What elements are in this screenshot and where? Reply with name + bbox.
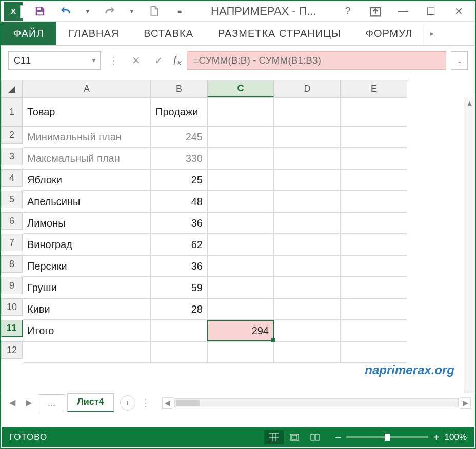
zoom-in-button[interactable]: + [433,432,440,443]
tab-file[interactable]: ФАЙЛ [1,22,56,45]
horizontal-scrollbar[interactable]: ◀ ▶ [162,397,471,409]
formula-input[interactable]: =СУММ(B:B) - СУММ(B1:B3) [187,51,446,70]
cell-E11[interactable] [341,320,407,341]
tab-home[interactable]: ГЛАВНАЯ [56,22,132,45]
cell-A5[interactable]: Апельсины [23,191,151,212]
col-header-B[interactable]: B [151,80,207,97]
cell-A4[interactable]: Яблоки [23,169,151,191]
sheet-tab-active[interactable]: Лист4 [67,393,114,412]
tab-insert[interactable]: ВСТАВКА [131,22,206,45]
row-header-6[interactable]: 6 [1,212,23,230]
cell-D7[interactable] [274,234,341,255]
row-header-4[interactable]: 4 [1,169,23,187]
vertical-scrollbar[interactable]: ▲ [464,97,475,393]
help-button[interactable]: ? [341,4,355,18]
cell-D11[interactable] [274,320,341,341]
col-header-A[interactable]: A [23,80,151,97]
hscroll-right[interactable]: ▶ [460,397,471,409]
cell-B7[interactable]: 62 [151,234,207,255]
tab-page-layout[interactable]: РАЗМЕТКА СТРАНИЦЫ [206,22,353,45]
cell-D10[interactable] [274,298,341,320]
cell-A9[interactable]: Груши [23,277,151,298]
redo-dropdown[interactable]: ▼ [128,4,135,18]
cell-B5[interactable]: 48 [151,191,207,212]
enter-formula-button[interactable]: ✓ [150,52,167,69]
zoom-out-button[interactable]: − [335,432,341,443]
cell-A6[interactable]: Лимоны [23,212,151,234]
undo-dropdown[interactable]: ▼ [84,4,91,18]
name-box[interactable]: C11 ▼ [8,51,101,70]
new-sheet-button[interactable]: + [120,395,135,411]
cell-B11[interactable] [151,320,207,341]
row-header-7[interactable]: 7 [1,234,23,251]
ribbon-scroll-right[interactable]: ▸ [425,22,439,45]
sheet-nav-next[interactable]: ▶ [22,396,36,410]
cell-D2[interactable] [274,126,341,148]
cell-C9[interactable] [207,277,274,298]
cell-C6[interactable] [207,212,274,234]
hscroll-track[interactable] [174,398,459,407]
cell-A11[interactable]: Итого [23,320,151,341]
zoom-thumb[interactable] [385,434,390,441]
minimize-button[interactable]: — [396,4,410,18]
cell-E1[interactable] [341,97,407,126]
cell-C7[interactable] [207,234,274,255]
maximize-button[interactable]: ☐ [424,4,438,18]
ribbon-display-button[interactable] [368,4,383,18]
scroll-up-icon[interactable]: ▲ [464,97,475,109]
close-button[interactable]: ✕ [451,4,466,18]
cell-D12[interactable] [274,341,341,363]
col-header-C[interactable]: C [207,80,274,97]
view-page-layout-button[interactable] [285,430,304,444]
undo-button[interactable] [58,4,73,18]
cell-D5[interactable] [274,191,341,212]
cell-E6[interactable] [341,212,407,234]
cell-E12[interactable] [341,341,407,363]
row-header-3[interactable]: 3 [1,148,23,165]
redo-button[interactable] [103,4,117,18]
cell-B6[interactable]: 36 [151,212,207,234]
cell-A3[interactable]: Максмальный план [23,148,151,169]
cell-B1[interactable]: Продажи [151,97,207,126]
cell-C8[interactable] [207,255,274,277]
cell-E8[interactable] [341,255,407,277]
row-header-12[interactable]: 12 [1,341,23,359]
cell-D9[interactable] [274,277,341,298]
cell-B10[interactable]: 28 [151,298,207,320]
col-header-D[interactable]: D [274,80,341,97]
row-header-5[interactable]: 5 [1,191,23,208]
cell-C11[interactable]: 294 [207,320,274,341]
sheet-nav-prev[interactable]: ◀ [5,396,19,410]
cell-C3[interactable] [207,148,274,169]
cell-C12[interactable] [207,341,274,363]
cell-A8[interactable]: Персики [23,255,151,277]
cell-A10[interactable]: Киви [23,298,151,320]
cell-D3[interactable] [274,148,341,169]
new-doc-icon[interactable] [147,4,161,18]
view-page-break-button[interactable] [305,430,325,444]
cell-E10[interactable] [341,298,407,320]
col-header-E[interactable]: E [341,80,407,97]
cell-D4[interactable] [274,169,341,191]
cell-C1[interactable] [207,97,274,126]
zoom-slider[interactable] [346,436,428,438]
cell-E4[interactable] [341,169,407,191]
formula-expand-button[interactable]: ⌄ [451,51,468,70]
cell-E9[interactable] [341,277,407,298]
cell-B4[interactable]: 25 [151,169,207,191]
cell-B12[interactable] [151,341,207,363]
cell-D8[interactable] [274,255,341,277]
insert-function-button[interactable]: ƒx [172,54,182,67]
cell-C4[interactable] [207,169,274,191]
name-box-dropdown-icon[interactable]: ▼ [91,57,97,64]
cancel-formula-button[interactable]: ✕ [127,52,145,69]
cell-C5[interactable] [207,191,274,212]
cell-B3[interactable]: 330 [151,148,207,169]
row-header-11[interactable]: 11 [1,320,23,337]
sheet-tab-ellipsis[interactable]: ... [38,394,65,412]
grid[interactable]: ◢ABCDE1ТоварПродажи2Минимальный план2453… [1,80,475,363]
select-all-corner[interactable]: ◢ [1,80,23,97]
hscroll-left[interactable]: ◀ [162,397,173,409]
row-header-1[interactable]: 1 [1,97,23,126]
row-header-2[interactable]: 2 [1,126,23,144]
